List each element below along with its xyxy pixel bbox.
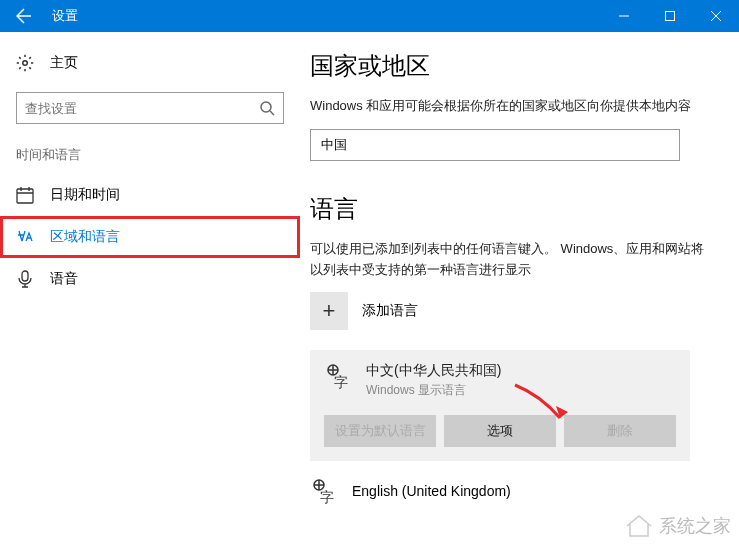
maximize-icon [665, 11, 675, 21]
language-name: English (United Kingdom) [352, 483, 511, 499]
set-default-button[interactable]: 设置为默认语言 [324, 415, 436, 447]
svg-point-1 [23, 61, 28, 66]
plus-icon: + [310, 292, 348, 330]
nav-item-datetime[interactable]: 日期和时间 [0, 174, 300, 216]
gear-icon [16, 54, 34, 72]
nav-label: 区域和语言 [50, 228, 120, 246]
main-panel: 国家或地区 Windows 和应用可能会根据你所在的国家或地区向你提供本地内容 … [300, 32, 739, 546]
nav-item-region-language[interactable]: 区域和语言 [0, 216, 300, 258]
search-box[interactable] [16, 92, 284, 124]
options-button[interactable]: 选项 [444, 415, 556, 447]
home-button[interactable]: 主页 [0, 46, 300, 80]
window-controls [601, 0, 739, 32]
language-description: 可以使用已添加到列表中的任何语言键入。 Windows、应用和网站将以列表中受支… [310, 239, 715, 281]
svg-text:字: 字 [320, 489, 334, 505]
maximize-button[interactable] [647, 0, 693, 32]
svg-point-2 [261, 102, 271, 112]
close-button[interactable] [693, 0, 739, 32]
minimize-button[interactable] [601, 0, 647, 32]
language-name: 中文(中华人民共和国) [366, 362, 501, 380]
svg-rect-4 [22, 271, 28, 281]
country-value: 中国 [321, 136, 347, 154]
nav-label: 日期和时间 [50, 186, 120, 204]
language-heading: 语言 [310, 193, 715, 225]
svg-rect-0 [666, 12, 675, 21]
titlebar: 设置 [0, 0, 739, 32]
svg-text:字: 字 [334, 374, 348, 390]
add-language-label: 添加语言 [362, 302, 418, 320]
home-label: 主页 [50, 54, 78, 72]
remove-button[interactable]: 删除 [564, 415, 676, 447]
language-subtitle: Windows 显示语言 [366, 382, 501, 399]
arrow-left-icon [16, 8, 32, 24]
sidebar: 主页 时间和语言 日期和时间 区域和语言 语音 [0, 32, 300, 546]
search-input[interactable] [25, 101, 259, 116]
section-label: 时间和语言 [0, 124, 300, 174]
region-heading: 国家或地区 [310, 50, 715, 82]
language-글-icon: 字 [310, 477, 338, 505]
close-icon [711, 11, 721, 21]
search-icon [259, 100, 275, 116]
minimize-icon [619, 11, 629, 21]
calendar-icon [16, 186, 34, 204]
window-title: 设置 [52, 7, 78, 25]
language-icon [16, 228, 34, 246]
language-card-chinese[interactable]: 字 中文(中华人民共和国) Windows 显示语言 设置为默认语言 选项 删除 [310, 350, 690, 461]
back-button[interactable] [0, 0, 48, 32]
microphone-icon [16, 270, 34, 288]
region-description: Windows 和应用可能会根据你所在的国家或地区向你提供本地内容 [310, 96, 715, 117]
svg-rect-3 [17, 189, 33, 203]
country-select[interactable]: 中国 [310, 129, 680, 161]
language-글-icon: 字 [324, 362, 352, 390]
nav-item-speech[interactable]: 语音 [0, 258, 300, 300]
nav-label: 语音 [50, 270, 78, 288]
language-card-english[interactable]: 字 English (United Kingdom) [310, 477, 715, 505]
add-language-button[interactable]: + 添加语言 [310, 292, 715, 330]
